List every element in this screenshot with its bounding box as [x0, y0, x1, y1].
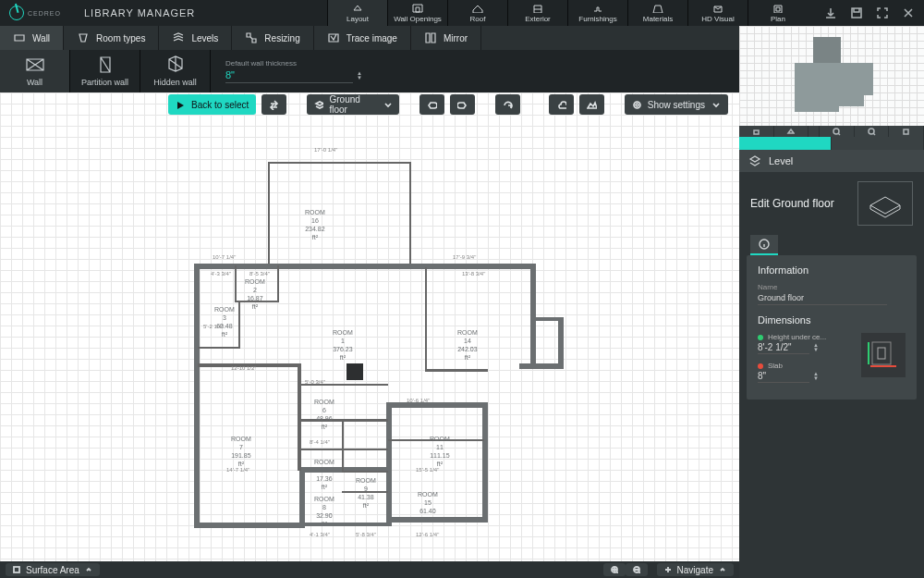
terrain-button[interactable] [579, 94, 604, 115]
zoom-in-button[interactable] [603, 563, 626, 576]
top-tab-materials[interactable]: Materials [627, 0, 687, 26]
mini-btn-1[interactable] [739, 126, 774, 137]
top-tab-furnishings[interactable]: Furnishings [567, 0, 627, 26]
room-label: ROOM 363.48 ft² [214, 305, 235, 338]
room-label: ROOM 832.90 ft² [314, 495, 334, 528]
sub-tab-trace-image[interactable]: Trace image [314, 26, 411, 50]
panel-tab-active[interactable] [739, 137, 832, 150]
svg-rect-12 [878, 348, 885, 359]
room-label: ROOM 216.87 ft² [245, 277, 265, 311]
redo-button[interactable] [450, 94, 475, 115]
slab-input[interactable] [758, 370, 809, 383]
mini-expand[interactable] [889, 126, 924, 137]
dimension-label: 5'-8 3/4" [356, 532, 376, 537]
top-tab-exterior[interactable]: Exterior [507, 0, 567, 26]
height-stepper[interactable]: ▲▼ [813, 343, 819, 352]
mini-zoom-out[interactable] [855, 126, 890, 137]
mini-btn-2[interactable] [774, 126, 809, 137]
dimension-label: 14'-7 1/4" [226, 467, 249, 473]
fullscreen-icon[interactable] [876, 6, 889, 19]
wall-thickness-field[interactable]: Default wall thickness ▲▼ [211, 50, 368, 92]
sub-tab-mirror[interactable]: Mirror [411, 26, 481, 50]
dimension-label: 5'-0 3/4" [305, 379, 325, 385]
sub-tab-wall[interactable]: Wall [0, 26, 64, 50]
room-label: ROOM 11111.15 ft² [430, 435, 450, 468]
edit-level-row: Edit Ground floor [739, 172, 924, 235]
svg-rect-11 [872, 342, 891, 364]
room-label: ROOM 648.96 ft² [314, 398, 334, 431]
sub-tab-resizing[interactable]: Resizing [232, 26, 313, 50]
panel-heading: Level [739, 150, 924, 172]
level-icon [748, 154, 761, 167]
dimension-label: 13'-8 3/4" [462, 271, 485, 277]
close-icon[interactable] [902, 6, 915, 19]
sub-tab-room-types[interactable]: Room types [64, 26, 159, 50]
refresh-button[interactable] [495, 94, 520, 115]
top-tab-layout[interactable]: Layout [327, 0, 387, 26]
brand-logo: CEDREO [9, 6, 61, 20]
room-label: ROOM 1017.36 ft² [314, 458, 334, 491]
edit-level-title: Edit Ground floor [750, 197, 834, 210]
mini-zoom-in[interactable] [820, 126, 855, 137]
dimension-label: 15'-5 1/4" [416, 467, 439, 473]
floorplan-canvas[interactable]: ROOM 16234.82 ft²ROOM 216.87 ft²ROOM 363… [0, 92, 739, 561]
top-bar: CEDREO LIBRARY MANAGER LayoutWall Openin… [0, 0, 924, 26]
svg-rect-3 [14, 567, 19, 572]
show-settings-button[interactable]: Show settings [625, 94, 728, 115]
room-label: ROOM 7191.85 ft² [231, 435, 251, 468]
library-label: LIBRARY MANAGER [84, 7, 195, 18]
dimension-label: 8'-4 1/4" [310, 439, 330, 445]
tool-wall[interactable]: Wall [0, 50, 70, 92]
swap-button[interactable] [261, 94, 286, 115]
room-label: ROOM 16234.82 ft² [305, 208, 325, 241]
top-tab-hd-visual[interactable]: HD Visual [687, 0, 748, 26]
information-section: Information Name Ground floor Dimensions… [747, 255, 917, 400]
svg-rect-9 [904, 129, 908, 134]
zoom-out-button[interactable] [626, 563, 648, 576]
dimension-label: 17'-0 1/4" [314, 147, 337, 153]
dimension-label: 12'-6 1/4" [416, 532, 439, 537]
dimension-label: 4'-3 3/4" [211, 271, 231, 277]
sub-tab-levels[interactable]: Levels [159, 26, 232, 50]
room-label: ROOM 1376.23 ft² [333, 328, 353, 362]
level-name-field[interactable]: Ground floor [758, 291, 887, 305]
canvas-ribbon-right: Show settings [549, 94, 728, 115]
dimension-label: 4'-1 3/4" [310, 532, 330, 537]
floor-selector[interactable]: Ground floor [307, 94, 399, 115]
svg-rect-6 [754, 130, 759, 134]
height-input[interactable] [758, 341, 809, 354]
slab-stepper[interactable]: ▲▼ [813, 372, 819, 381]
svg-point-1 [634, 102, 640, 108]
minimap-controls [739, 126, 924, 137]
dimension-preview [861, 333, 906, 377]
tool-hidden-wall[interactable]: Hidden wall [140, 50, 211, 92]
dimension-label: 17'-9 3/4" [453, 254, 476, 260]
info-tab[interactable] [750, 235, 778, 255]
tool-partition-wall[interactable]: Partition wall [70, 50, 140, 92]
download-icon[interactable] [824, 6, 837, 19]
top-tab-plan[interactable]: Plan [748, 0, 808, 26]
undo-button[interactable] [419, 94, 444, 115]
room-label: ROOM 1561.40 ft² [418, 490, 438, 523]
surface-area-toggle[interactable]: Surface Area [6, 563, 100, 576]
panel-tab-2[interactable] [832, 137, 924, 150]
dimension-label: 8'-5 3/4" [249, 271, 270, 277]
thickness-stepper[interactable]: ▲▼ [357, 71, 362, 80]
cloud-button[interactable] [549, 94, 574, 115]
save-icon[interactable] [850, 6, 863, 19]
dimension-label: 5'-2 1/4" [203, 324, 224, 329]
dimension-label: 10'-6 1/4" [407, 398, 430, 403]
navigate-toggle[interactable]: Navigate [657, 563, 734, 576]
svg-point-2 [636, 104, 638, 106]
dimension-label: 10'-7 1/4" [213, 254, 236, 260]
minimap[interactable] [739, 26, 924, 137]
top-tab-roof[interactable]: Roof [447, 0, 507, 26]
room-label: ROOM 941.38 ft² [356, 476, 376, 510]
back-to-select-button[interactable]: Back to select [168, 94, 256, 115]
level-preview [857, 181, 913, 226]
canvas-ribbon-left: Back to select Ground floor [168, 94, 520, 115]
thickness-input[interactable] [225, 68, 353, 83]
footer-bar: Surface Area Navigate [0, 561, 739, 578]
top-tab-wall-openings[interactable]: Wall Openings [387, 0, 447, 26]
dimension-label: 12-10 1/2" [231, 365, 256, 371]
